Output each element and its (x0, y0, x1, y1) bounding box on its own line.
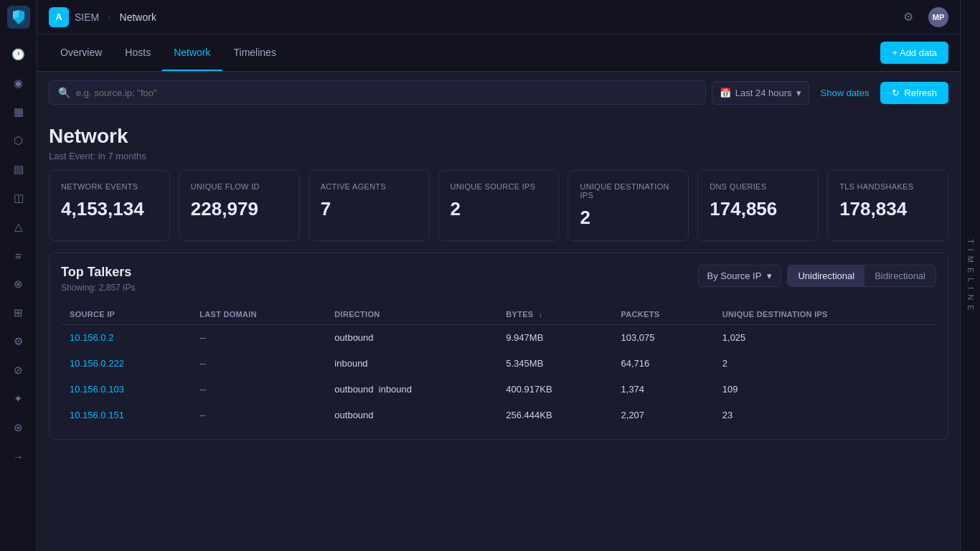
brand-siem-label: SIEM (75, 11, 99, 23)
stat-card-active-agents: Active Agents 7 (308, 170, 430, 241)
stat-value-network-events: 4,153,134 (61, 198, 158, 220)
main-content: A SIEM › Network ⚙ MP Overview Hosts Net… (37, 0, 960, 551)
source-dropdown[interactable]: By Source IP ▾ (698, 265, 782, 287)
cell-source-ip: 10.156.0.2 (61, 325, 191, 351)
tab-overview[interactable]: Overview (49, 35, 113, 71)
stat-label-dns-queries: DNS Queries (710, 182, 806, 191)
cell-bytes: 256.444KB (497, 402, 612, 428)
sidebar-icon-exception[interactable]: ⊗ (6, 271, 32, 297)
sidebar-icon-analyze[interactable]: ⊘ (6, 357, 32, 383)
cell-last-domain: -- (191, 351, 326, 377)
sidebar-icon-team[interactable]: ⊛ (6, 415, 32, 441)
sidebar-icon-discover[interactable]: ◉ (6, 70, 32, 96)
stat-label-active-agents: Active Agents (321, 182, 418, 191)
section-title-area: Top Talkers Showing: 2,857 IPs (61, 265, 698, 293)
refresh-icon: ↻ (892, 88, 900, 98)
section-controls: By Source IP ▾ Unidirectional Bidirectio… (698, 265, 936, 287)
source-ip-link[interactable]: 10.156.0.2 (70, 332, 113, 343)
cell-direction: outbound (326, 325, 497, 351)
col-unique-dest: Unique Destination IPs (714, 304, 936, 325)
cell-direction: outbound (326, 402, 497, 428)
nav-tabs: Overview Hosts Network Timelines + Add d… (37, 34, 960, 72)
page-header: Network Last Event: in 7 months (49, 113, 948, 170)
col-last-domain: Last Domain (191, 304, 326, 325)
table-header: Source IP Last Domain Direction Bytes ↓ … (61, 304, 936, 325)
table-row: 10.156.0.151 -- outbound 256.444KB 2,207… (61, 402, 936, 428)
add-data-button[interactable]: + Add data (880, 42, 948, 64)
sidebar-icon-rules[interactable]: ≡ (6, 242, 32, 268)
table-row: 10.156.0.103 -- outbound inbound 400.917… (61, 377, 936, 402)
sort-icon-bytes: ↓ (539, 311, 542, 319)
refresh-button[interactable]: ↻ Refresh (880, 82, 948, 104)
logo[interactable] (7, 6, 30, 29)
table-body: 10.156.0.2 -- outbound 9.947MB 103,075 1… (61, 325, 936, 428)
settings-icon[interactable]: ⚙ (897, 6, 920, 29)
user-avatar[interactable]: MP (928, 7, 948, 27)
toggle-unidirectional[interactable]: Unidirectional (788, 265, 864, 286)
col-packets: Packets (613, 304, 714, 325)
sidebar: 🕐 ◉ ▦ ⬡ ▤ ◫ △ ≡ ⊗ ⊞ ⚙ ⊘ ✦ ⊛ → (0, 0, 37, 551)
direction-toggle-group: Unidirectional Bidirectional (787, 265, 936, 287)
cell-last-domain: -- (191, 325, 326, 351)
timeline-label: T I M E L I N E (966, 239, 975, 312)
sidebar-icon-settings[interactable]: ⚙ (6, 329, 32, 354)
show-dates-button[interactable]: Show dates (815, 82, 875, 104)
cell-packets: 103,075 (613, 325, 714, 351)
time-selector[interactable]: 📅 Last 24 hours ▾ (712, 81, 809, 105)
stat-value-unique-flow: 228,979 (191, 198, 288, 220)
stat-card-unique-flow: Unique Flow ID 228,979 (179, 170, 300, 241)
stat-value-unique-source-ips: 2 (451, 198, 547, 220)
tab-timelines[interactable]: Timelines (222, 35, 288, 71)
table-row: 10.156.0.222 -- inbound 5.345MB 64,716 2 (61, 351, 936, 377)
cell-bytes: 9.947MB (497, 325, 612, 351)
tab-network[interactable]: Network (162, 35, 222, 71)
source-ip-link[interactable]: 10.156.0.103 (70, 384, 124, 395)
source-ip-link[interactable]: 10.156.0.151 (70, 410, 124, 420)
stat-card-network-events: Network Events 4,153,134 (49, 170, 170, 241)
timeline-panel[interactable]: T I M E L I N E (960, 0, 980, 551)
sidebar-icon-forward[interactable]: → (6, 443, 32, 469)
cell-direction: outbound inbound (326, 377, 497, 402)
cell-packets: 64,716 (613, 351, 714, 377)
toggle-bidirectional[interactable]: Bidirectional (864, 265, 936, 286)
sidebar-icon-users[interactable]: ◫ (6, 185, 32, 211)
stat-label-unique-flow: Unique Flow ID (191, 182, 288, 191)
brand-page-label: Network (120, 11, 156, 23)
sidebar-icon-recent[interactable]: 🕐 (6, 42, 32, 67)
source-ip-link[interactable]: 10.156.0.222 (70, 358, 124, 369)
cell-last-domain: -- (191, 377, 326, 402)
search-input[interactable] (76, 88, 697, 98)
search-icon: 🔍 (58, 87, 70, 98)
topbar-actions: ⚙ MP (897, 6, 948, 29)
top-talkers-table: Source IP Last Domain Direction Bytes ↓ … (61, 304, 936, 428)
dropdown-label: By Source IP (707, 270, 762, 281)
sidebar-icon-calendar[interactable]: ▤ (6, 156, 32, 182)
stat-card-tls-handshakes: TLS Handshakes 178,834 (827, 170, 948, 241)
sidebar-icon-dashboard[interactable]: ▦ (6, 99, 32, 125)
topbar: A SIEM › Network ⚙ MP (37, 0, 960, 34)
brand-avatar: A (49, 7, 69, 27)
search-box[interactable]: 🔍 (49, 80, 706, 105)
cell-source-ip: 10.156.0.103 (61, 377, 191, 402)
sidebar-icon-ml[interactable]: ✦ (6, 386, 32, 412)
sidebar-icon-grid[interactable]: ⊞ (6, 300, 32, 326)
sidebar-icon-alert[interactable]: △ (6, 214, 32, 240)
content-area: 🔍 📅 Last 24 hours ▾ Show dates ↻ Refresh… (37, 72, 960, 551)
tab-hosts[interactable]: Hosts (113, 35, 162, 71)
section-header: Top Talkers Showing: 2,857 IPs By Source… (61, 265, 936, 293)
stat-value-tls-handshakes: 178,834 (839, 198, 936, 220)
stat-value-active-agents: 7 (321, 198, 418, 220)
page-title: Network (49, 125, 948, 148)
cell-packets: 2,207 (613, 402, 714, 428)
cell-last-domain: -- (191, 402, 326, 428)
stat-label-unique-dest-ips: Unique Destination IPs (580, 182, 677, 199)
stat-card-unique-dest-ips: Unique Destination IPs 2 (567, 170, 689, 241)
calendar-icon: 📅 (720, 88, 731, 98)
time-label: Last 24 hours (735, 88, 792, 98)
chevron-down-icon: ▾ (767, 270, 772, 281)
cell-source-ip: 10.156.0.222 (61, 351, 191, 377)
col-source-ip: Source IP (61, 304, 191, 325)
sidebar-icon-siem[interactable]: ⬡ (6, 128, 32, 154)
stat-label-network-events: Network Events (61, 182, 158, 191)
top-talkers-section: Top Talkers Showing: 2,857 IPs By Source… (49, 253, 948, 440)
